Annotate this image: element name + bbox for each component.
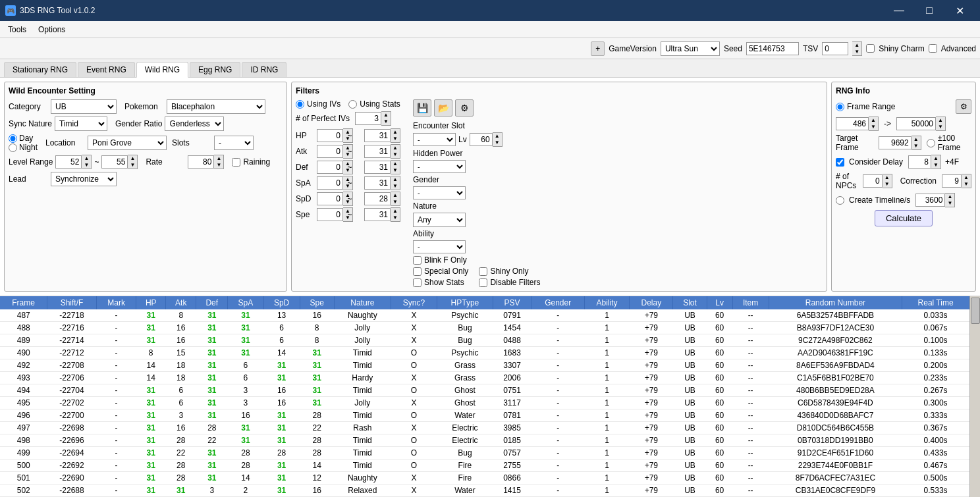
target-frame-up[interactable]: ▲	[912, 136, 921, 143]
spd-max-down[interactable]: ▼	[391, 199, 400, 205]
minimize-button[interactable]: —	[884, 0, 914, 21]
perfect-ivs-up[interactable]: ▲	[381, 112, 391, 118]
ability-select[interactable]: -	[413, 240, 466, 253]
disable-filters-checkbox[interactable]	[479, 278, 487, 287]
tsv-up[interactable]: ▲	[852, 42, 861, 49]
rate-input[interactable]	[188, 155, 214, 169]
frame-min-down[interactable]: ▼	[869, 124, 878, 130]
encounter-slot-select[interactable]: -	[413, 133, 456, 146]
gender-select[interactable]: -	[413, 186, 466, 199]
target-frame-down[interactable]: ▼	[912, 143, 921, 149]
shiny-charm-checkbox[interactable]	[866, 44, 875, 53]
show-stats-checkbox[interactable]	[413, 278, 422, 287]
special-only-checkbox[interactable]	[413, 267, 422, 276]
perfect-ivs-input[interactable]	[355, 112, 381, 125]
pm100-radio[interactable]	[927, 139, 935, 147]
spe-min[interactable]	[317, 208, 343, 221]
location-select[interactable]: Poni Grove	[88, 136, 167, 150]
col-slot[interactable]: Slot	[673, 296, 707, 309]
col-item[interactable]: Item	[732, 296, 769, 309]
col-atk[interactable]: Atk	[166, 296, 196, 309]
lv-input[interactable]	[470, 133, 493, 146]
night-radio[interactable]	[9, 144, 17, 152]
pokemon-select[interactable]: Blacephalon	[167, 99, 265, 114]
col-def[interactable]: Def	[196, 296, 228, 309]
atk-max-up[interactable]: ▲	[391, 145, 400, 151]
close-button[interactable]: ✕	[944, 0, 975, 21]
maximize-button[interactable]: □	[914, 0, 944, 21]
col-hp[interactable]: HP	[136, 296, 166, 309]
advanced-checkbox[interactable]	[929, 44, 937, 53]
lead-select[interactable]: Synchronize	[51, 172, 117, 186]
correction-up[interactable]: ▲	[962, 174, 971, 181]
col-ability[interactable]: Ability	[584, 296, 629, 309]
lv-down[interactable]: ▼	[493, 140, 502, 146]
hp-max-up[interactable]: ▲	[391, 129, 400, 136]
settings-filter-button[interactable]: ⚙	[455, 99, 474, 117]
spd-min[interactable]	[317, 192, 343, 205]
spe-max-up[interactable]: ▲	[391, 208, 400, 215]
using-stats-radio[interactable]	[348, 100, 357, 109]
col-spd[interactable]: SpD	[263, 296, 300, 309]
spe-max-down[interactable]: ▼	[391, 215, 400, 221]
tsv-input[interactable]	[822, 42, 848, 55]
create-timeline-radio[interactable]	[836, 196, 844, 205]
tab-egg[interactable]: Egg RNG	[190, 62, 240, 77]
save-filter-button[interactable]: 💾	[413, 99, 431, 117]
rate-up[interactable]: ▲	[214, 155, 223, 162]
using-ivs-radio[interactable]	[296, 100, 304, 109]
perfect-ivs-down[interactable]: ▼	[381, 118, 391, 125]
col-spe[interactable]: Spe	[300, 296, 334, 309]
correction-down[interactable]: ▼	[962, 181, 971, 188]
timeline-down[interactable]: ▼	[945, 200, 954, 207]
col-gender[interactable]: Gender	[531, 296, 584, 309]
spa-max[interactable]	[364, 176, 391, 190]
table-container[interactable]: Frame Shift/F Mark HP Atk Def SpA SpD Sp…	[0, 296, 969, 497]
npcs-input[interactable]	[863, 174, 883, 188]
atk-min[interactable]	[317, 145, 343, 158]
slots-select[interactable]: -	[214, 136, 254, 150]
atk-max-down[interactable]: ▼	[391, 151, 400, 158]
atk-max[interactable]	[364, 145, 391, 158]
shiny-only-checkbox[interactable]	[479, 267, 487, 276]
def-min[interactable]	[317, 161, 343, 174]
seed-input[interactable]	[746, 42, 799, 55]
col-spa[interactable]: SpA	[228, 296, 263, 309]
level-min-down[interactable]: ▼	[82, 162, 91, 169]
frame-range-radio[interactable]	[836, 103, 844, 111]
day-radio[interactable]	[9, 134, 17, 143]
level-max-down[interactable]: ▼	[128, 162, 137, 169]
category-select[interactable]: UB	[51, 99, 117, 114]
spd-max-up[interactable]: ▲	[391, 192, 400, 199]
timeline-up[interactable]: ▲	[945, 194, 954, 200]
spa-max-down[interactable]: ▼	[391, 183, 400, 190]
col-psv[interactable]: PSV	[493, 296, 531, 309]
blink-f-only-checkbox[interactable]	[413, 256, 422, 265]
delay-input[interactable]	[908, 155, 931, 169]
tab-stationary[interactable]: Stationary RNG	[4, 62, 76, 77]
menu-tools[interactable]: Tools	[3, 24, 32, 36]
def-max[interactable]	[364, 161, 391, 174]
delay-up[interactable]: ▲	[931, 155, 940, 162]
col-rng[interactable]: Random Number	[769, 296, 902, 309]
calculate-button[interactable]: Calculate	[875, 210, 933, 226]
tab-id[interactable]: ID RNG	[242, 62, 286, 77]
level-max-up[interactable]: ▲	[128, 155, 137, 162]
frame-max-down[interactable]: ▼	[936, 124, 945, 130]
npcs-up[interactable]: ▲	[883, 174, 892, 181]
hp-max[interactable]	[364, 129, 391, 142]
rate-down[interactable]: ▼	[214, 162, 223, 169]
scrollbar-thumb[interactable]	[971, 298, 980, 324]
spa-max-up[interactable]: ▲	[391, 176, 400, 183]
add-button[interactable]: +	[591, 41, 605, 56]
load-filter-button[interactable]: 📂	[434, 99, 452, 117]
def-max-up[interactable]: ▲	[391, 161, 400, 167]
npcs-down[interactable]: ▼	[883, 181, 892, 188]
tsv-down[interactable]: ▼	[852, 49, 861, 55]
nature-select[interactable]: Any	[413, 213, 466, 227]
spd-max[interactable]	[364, 192, 391, 205]
hidden-power-select[interactable]: -	[413, 160, 466, 173]
tab-wild[interactable]: Wild RNG	[136, 62, 188, 78]
lv-up[interactable]: ▲	[493, 133, 502, 140]
tab-event[interactable]: Event RNG	[78, 62, 135, 77]
